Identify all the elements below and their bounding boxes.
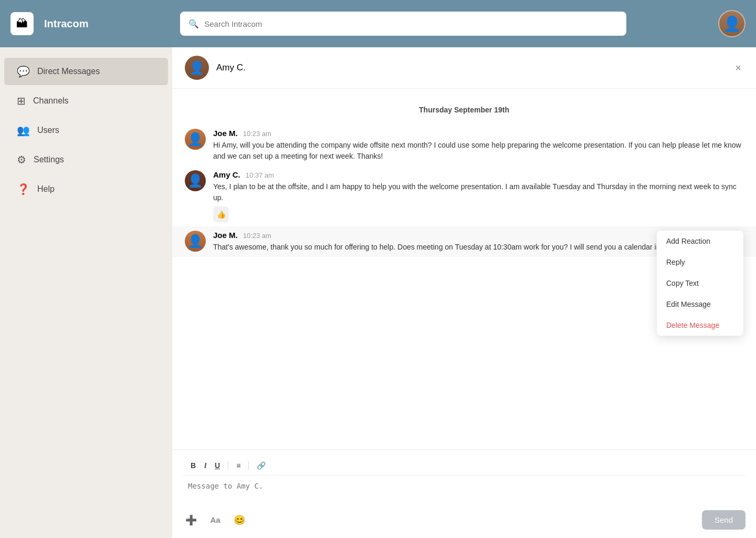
chat-header: 👤 Amy C. × <box>172 47 756 89</box>
message-time-3: 10:23 am <box>243 232 271 240</box>
message-input[interactable] <box>183 480 746 504</box>
link-button[interactable]: 🔗 <box>254 459 268 472</box>
search-input[interactable] <box>204 19 618 28</box>
search-bar[interactable]: 🔍 <box>180 12 626 36</box>
add-attachment-button[interactable]: ➕ <box>183 512 200 529</box>
emoji-reaction-button[interactable]: 👍 <box>213 206 229 222</box>
amy-avatar-image: 👤 <box>189 60 205 75</box>
message-sender-1: Joe M. <box>213 129 238 138</box>
users-icon: 👥 <box>17 124 30 137</box>
avatar-image: 👤 <box>723 15 741 33</box>
avatar-joe-1: 👤 <box>185 129 206 150</box>
search-icon: 🔍 <box>188 19 199 29</box>
context-menu-reply[interactable]: Reply <box>657 252 743 273</box>
composer-actions: ➕ Aa 😊 <box>183 512 248 529</box>
emoji-button[interactable]: 😊 <box>231 512 248 529</box>
message-content-1: Joe M. 10:23 am Hi Amy, will you be atte… <box>213 129 743 162</box>
direct-messages-icon: 💬 <box>17 65 30 78</box>
list-button[interactable]: ≡ <box>234 459 243 472</box>
message-group: 👤 Joe M. 10:23 am Hi Amy, will you be at… <box>172 125 756 166</box>
context-menu-edit-message[interactable]: Edit Message <box>657 294 743 315</box>
date-divider: Thursday September 19th <box>172 101 756 125</box>
message-group-2: 👤 Amy C. 10:37 am Yes, I plan to be at t… <box>172 166 756 226</box>
sidebar-item-settings[interactable]: ⚙ Settings <box>4 146 168 173</box>
message-group-3: 👤 Joe M. 10:23 am That's awesome, thank … <box>172 226 756 257</box>
topbar: 🏔 Intracom 🔍 👤 <box>0 0 756 47</box>
sidebar-item-direct-messages[interactable]: 💬 Direct Messages <box>4 58 168 85</box>
message-header-2: Amy C. 10:37 am <box>213 170 743 179</box>
chat-area: 👤 Amy C. × Thursday September 19th 👤 Joe… <box>172 47 756 538</box>
sidebar-item-channels[interactable]: ⊞ Channels <box>4 87 168 115</box>
sidebar-label-channels: Channels <box>33 96 69 106</box>
underline-button[interactable]: U <box>212 459 223 472</box>
message-content-2: Amy C. 10:37 am Yes, I plan to be at the… <box>213 170 743 222</box>
message-header-1: Joe M. 10:23 am <box>213 129 743 138</box>
context-menu: Add Reaction Reply Copy Text Edit Messag… <box>657 231 743 336</box>
main-layout: 💬 Direct Messages ⊞ Channels 👥 Users ⚙ S… <box>0 47 756 538</box>
sidebar-label-users: Users <box>37 126 59 135</box>
context-menu-copy-text[interactable]: Copy Text <box>657 273 743 294</box>
sidebar-item-help[interactable]: ❓ Help <box>4 175 168 203</box>
message-time-1: 10:23 am <box>243 130 271 138</box>
amy-avatar-icon: 👤 <box>187 173 203 188</box>
app-logo: 🏔 <box>10 12 34 35</box>
help-icon: ❓ <box>17 183 30 195</box>
message-time-2: 10:37 am <box>246 171 274 179</box>
joe-avatar-icon: 👤 <box>187 132 203 147</box>
context-menu-delete-message[interactable]: Delete Message <box>657 315 743 336</box>
chat-header-name: Amy C. <box>216 63 726 73</box>
toolbar-divider-2 <box>248 461 249 470</box>
context-menu-add-reaction[interactable]: Add Reaction <box>657 231 743 252</box>
message-text-2: Yes, I plan to be at the offsite, and I … <box>213 181 743 203</box>
sidebar-label-direct-messages: Direct Messages <box>37 67 100 76</box>
avatar-joe-2: 👤 <box>185 231 206 252</box>
joe-avatar-icon-2: 👤 <box>187 234 203 249</box>
sidebar-label-help: Help <box>37 184 55 194</box>
close-button[interactable]: × <box>733 60 743 76</box>
text-format-button[interactable]: Aa <box>207 512 224 529</box>
toolbar-divider-1 <box>228 461 228 470</box>
avatar-amy-1: 👤 <box>185 170 206 191</box>
sidebar-label-settings: Settings <box>34 155 64 164</box>
messages-area: Thursday September 19th 👤 Joe M. 10:23 a… <box>172 89 756 449</box>
composer-footer: ➕ Aa 😊 Send <box>183 510 746 530</box>
sidebar: 💬 Direct Messages ⊞ Channels 👥 Users ⚙ S… <box>0 47 172 538</box>
channels-icon: ⊞ <box>17 95 26 107</box>
logo-icon: 🏔 <box>16 17 28 30</box>
italic-button[interactable]: I <box>202 459 209 472</box>
send-button[interactable]: Send <box>702 510 746 530</box>
message-text-1: Hi Amy, will you be attending the compan… <box>213 140 743 162</box>
chat-header-avatar: 👤 <box>185 56 209 80</box>
app-title: Intracom <box>44 18 88 30</box>
composer: B I U ≡ 🔗 ➕ Aa 😊 Send <box>172 449 756 538</box>
composer-toolbar: B I U ≡ 🔗 <box>183 456 746 475</box>
message-sender-2: Amy C. <box>213 170 240 179</box>
message-sender-3: Joe M. <box>213 231 238 240</box>
bold-button[interactable]: B <box>188 459 198 472</box>
sidebar-item-users[interactable]: 👥 Users <box>4 117 168 144</box>
settings-icon: ⚙ <box>17 153 26 166</box>
user-avatar[interactable]: 👤 <box>718 10 746 37</box>
